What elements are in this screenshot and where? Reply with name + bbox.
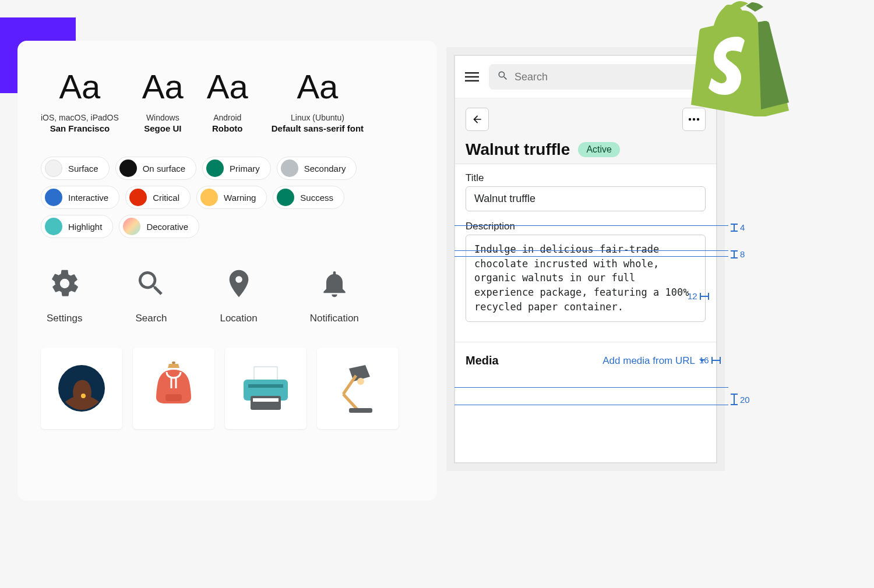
- icon-label: Location: [220, 313, 257, 324]
- svg-line-12: [343, 376, 356, 394]
- media-section: Media Add media from URL: [455, 342, 716, 373]
- type-sample: Aa: [41, 70, 119, 104]
- add-media-link[interactable]: Add media from URL: [602, 355, 706, 367]
- svg-line-13: [343, 394, 357, 409]
- typography-item: Aa iOS, macOS, iPadOS San Francisco: [41, 70, 119, 133]
- svg-point-18: [689, 118, 691, 121]
- type-os: Windows: [142, 113, 184, 122]
- type-os: iOS, macOS, iPadOS: [41, 113, 119, 122]
- spacing-value: 20: [740, 395, 750, 405]
- spacing-value: 4: [740, 222, 745, 232]
- svg-rect-16: [465, 76, 479, 78]
- menu-button[interactable]: [462, 67, 482, 87]
- svg-rect-8: [248, 384, 283, 388]
- form-card: Title Description: [455, 164, 716, 324]
- spacing-annotation: 20: [731, 394, 750, 405]
- color-chip-on-surface[interactable]: On surface: [115, 157, 196, 180]
- title-input[interactable]: [466, 186, 706, 211]
- icon-item-settings: Settings: [47, 267, 82, 324]
- color-label: Interactive: [68, 193, 108, 203]
- spacing-annotation: 12: [688, 291, 709, 301]
- color-label: Warning: [224, 193, 256, 203]
- icon-item-notification: Notification: [310, 267, 359, 324]
- color-label: Decorative: [146, 222, 188, 232]
- icon-label: Search: [135, 313, 167, 324]
- media-label: Media: [466, 354, 499, 367]
- typography-row: Aa iOS, macOS, iPadOS San Francisco Aa W…: [41, 70, 414, 133]
- icon-item-search: Search: [135, 267, 167, 324]
- color-label: Primary: [230, 164, 260, 173]
- color-label: On surface: [143, 164, 185, 173]
- description-label: Description: [466, 221, 706, 232]
- description-textarea[interactable]: [466, 235, 706, 322]
- spacing-guide-line: [454, 256, 728, 257]
- spacing-annotation: 16: [699, 355, 721, 365]
- color-chip-decorative[interactable]: Decorative: [119, 215, 199, 238]
- color-chip-warning[interactable]: Warning: [196, 186, 267, 209]
- icon-item-location: Location: [220, 267, 257, 324]
- svg-rect-14: [349, 408, 372, 413]
- mobile-topbar: [455, 56, 716, 98]
- typography-item: Aa Android Roboto: [207, 70, 248, 133]
- spacing-guide-line: [454, 405, 728, 405]
- type-font: Default sans-serif font: [272, 123, 364, 133]
- typography-item: Aa Linux (Ubuntu) Default sans-serif fon…: [272, 70, 364, 133]
- type-sample: Aa: [272, 70, 364, 104]
- spacing-guide-line: [454, 387, 728, 388]
- svg-point-11: [357, 378, 364, 385]
- type-sample: Aa: [142, 70, 184, 104]
- type-sample: Aa: [207, 70, 248, 104]
- title-label: Title: [466, 172, 706, 184]
- icon-label: Settings: [47, 313, 82, 324]
- svg-rect-15: [465, 72, 479, 74]
- spacing-guide-line: [454, 250, 728, 251]
- svg-rect-6: [254, 367, 277, 381]
- color-chip-critical[interactable]: Critical: [125, 186, 191, 209]
- icon-row: Settings Search Location Notification: [41, 267, 414, 324]
- media-link-text: Add media from URL: [602, 355, 695, 367]
- type-os: Android: [207, 113, 248, 122]
- color-chip-surface[interactable]: Surface: [41, 157, 110, 180]
- hoodie-illustration: [133, 348, 214, 429]
- spacing-annotation: 8: [731, 249, 745, 259]
- illustration-row: [41, 348, 414, 429]
- spacing-annotation: 4: [731, 222, 745, 232]
- color-chip-interactive[interactable]: Interactive: [41, 186, 119, 209]
- svg-point-19: [693, 118, 695, 121]
- svg-rect-10: [253, 398, 279, 402]
- type-font: Segoe UI: [142, 123, 184, 133]
- type-font: San Francisco: [41, 123, 119, 133]
- icon-label: Notification: [310, 313, 359, 324]
- bell-icon: [318, 292, 351, 302]
- page-title: Walnut truffle: [466, 140, 570, 159]
- color-chip-primary[interactable]: Primary: [202, 157, 271, 180]
- color-label: Success: [300, 193, 333, 203]
- color-label: Critical: [153, 193, 179, 203]
- spacing-value: 12: [688, 291, 697, 301]
- type-os: Linux (Ubuntu): [272, 113, 364, 122]
- svg-rect-17: [465, 80, 479, 82]
- color-tokens-row: Surface On surface Primary Secondary Int…: [41, 157, 414, 238]
- pin-icon: [223, 292, 255, 302]
- svg-point-1: [81, 394, 86, 398]
- svg-point-20: [697, 118, 699, 121]
- color-chip-secondary[interactable]: Secondary: [277, 157, 357, 180]
- lamp-illustration: [317, 348, 399, 429]
- shopify-logo: [688, 0, 792, 116]
- color-chip-success[interactable]: Success: [273, 186, 344, 209]
- mobile-preview-panel: Walnut truffle Active Title Description …: [454, 55, 717, 463]
- gear-icon: [48, 292, 81, 302]
- search-input[interactable]: [514, 71, 701, 83]
- color-label: Surface: [68, 164, 98, 173]
- design-system-panel: Aa iOS, macOS, iPadOS San Francisco Aa W…: [17, 41, 437, 501]
- svg-rect-2: [172, 362, 175, 364]
- printer-illustration: [225, 348, 306, 429]
- search-box[interactable]: [489, 64, 709, 90]
- svg-rect-9: [251, 396, 281, 410]
- spacing-value: 16: [699, 355, 709, 365]
- mobile-header: Walnut truffle Active: [455, 98, 716, 164]
- color-chip-highlight[interactable]: Highlight: [41, 215, 113, 238]
- spacing-guide-line: [454, 225, 728, 226]
- back-button[interactable]: [466, 108, 489, 131]
- color-label: Secondary: [304, 164, 346, 173]
